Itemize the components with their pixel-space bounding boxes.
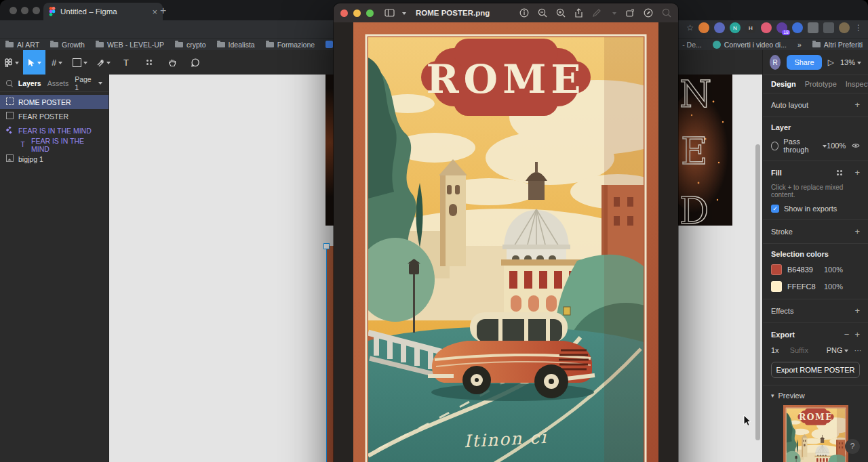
puzzle-icon[interactable] [808,22,818,33]
preview-window[interactable]: ROME POSTER.png [334,3,678,462]
extension-icon-2[interactable] [714,22,725,33]
export-rome-poster-button[interactable]: Export ROME POSTER [771,362,860,378]
extension-icon-7[interactable] [792,22,803,33]
bookmark-folder[interactable]: Idealista [217,41,255,49]
add-stroke-icon[interactable]: + [849,226,860,236]
tab-close-icon[interactable]: × [152,7,157,16]
new-tab-button[interactable]: + [160,5,166,17]
blend-mode-value[interactable]: Pass through [783,138,821,154]
canvas-scrollbar[interactable] [755,144,760,440]
bookmarks-overflow-icon[interactable]: » [797,41,802,49]
share-button[interactable]: Share [787,55,821,70]
hand-tool[interactable] [161,50,184,75]
check-icon: ✓ [772,205,778,212]
zoom-level[interactable]: 13% [840,58,861,66]
blend-mode-icon[interactable] [771,142,778,150]
window-minimize-button[interactable] [21,7,28,14]
zoom-out-icon[interactable] [538,8,547,18]
export-scale[interactable]: 1x [771,346,779,354]
export-format-select[interactable]: PNG [827,346,843,354]
bookmark-folder[interactable]: Growth [50,41,85,49]
annotate-icon[interactable] [644,8,653,18]
layer-row-fear-text[interactable]: T FEAR IS IN THE MIND [0,138,108,152]
visibility-eye-icon[interactable] [852,142,860,149]
tab-prototype[interactable]: Prototype [805,80,837,88]
preview-window-titlebar[interactable]: ROME POSTER.png [334,3,678,22]
folder-icon [812,42,821,47]
text-tool[interactable]: T [115,50,138,75]
help-button[interactable]: ? [845,439,860,454]
fear-poster-canvas-peek[interactable]: N E D [678,75,732,226]
layer-row-fear-component[interactable]: FEAR IS IN THE MIND [0,123,108,138]
color-swatch-red[interactable] [771,264,782,275]
bookmark-folder[interactable]: WEB - LEVEL-UP [96,41,164,49]
share-icon[interactable] [574,8,583,18]
add-auto-layout-icon[interactable]: + [849,100,860,110]
color-swatch-cream[interactable] [771,281,782,292]
rotate-icon[interactable] [625,8,635,18]
pen-tool[interactable] [92,50,115,75]
export-suffix-input[interactable] [789,345,827,355]
layer-row-rome-poster[interactable]: ROME POSTER [0,95,108,109]
page-selector[interactable]: Page 1 [75,75,102,91]
bookmark-altri-folder[interactable]: Altri Preferiti [812,41,863,49]
move-tool[interactable] [23,50,45,75]
sidebar-toggle-icon[interactable] [384,9,395,17]
selection-handle[interactable] [323,243,330,249]
info-icon[interactable] [519,8,529,18]
resources-tool[interactable] [138,50,161,75]
figma-main-menu[interactable] [0,50,23,75]
sidepanel-icon[interactable] [823,22,834,33]
show-in-exports-label: Show in exports [784,205,837,213]
preview-close-button[interactable] [340,9,348,17]
fear-poster-left-edge[interactable] [326,75,334,226]
layer-row-fear-poster[interactable]: FEAR POSTER [0,109,108,123]
extension-icon-3[interactable]: N [730,22,741,33]
bookmark-folder[interactable]: AI ART [5,41,39,49]
tab-design[interactable]: Design [771,80,796,88]
tab-inspect[interactable]: Inspect [846,80,868,88]
add-fill-icon[interactable]: + [849,167,860,177]
preview-zoom-button[interactable] [366,9,374,17]
bookmark-folder[interactable]: Formazione [266,41,315,49]
window-zoom-button[interactable] [33,7,40,14]
preview-minimize-button[interactable] [353,9,361,17]
window-close-button[interactable] [9,7,17,14]
bookmark-converti[interactable]: Converti i video di... [713,41,787,49]
frame-icon: # [52,58,56,68]
bookmark-star-icon[interactable]: ☆ [686,23,694,33]
disclosure-triangle-icon[interactable]: ▾ [771,392,774,399]
present-icon[interactable]: ▷ [828,58,834,67]
bookmark-truncated[interactable]: - De... [682,41,702,49]
shape-tool[interactable] [68,50,92,75]
profile-avatar[interactable] [839,22,850,33]
layer-row-bigjpg[interactable]: bigjpg 1 [0,152,108,166]
sidebar-chevron-icon[interactable] [402,12,406,17]
show-in-exports-checkbox[interactable]: ✓ [771,205,779,213]
extension-icon-4[interactable]: H [745,22,756,33]
search-icon[interactable] [662,8,671,18]
add-effect-icon[interactable]: + [849,306,860,316]
tab-assets[interactable]: Assets [47,79,69,87]
extension-icon-5[interactable] [761,22,772,33]
selection-color-row[interactable]: B64839 100% [771,264,860,275]
browser-tab[interactable]: Untitled – Figma × [43,3,163,20]
search-icon[interactable] [6,80,12,86]
extension-icon-6[interactable]: 18 [776,22,787,33]
extension-icon-1[interactable] [698,22,709,33]
styles-icon[interactable] [837,170,842,175]
export-more-icon[interactable]: ··· [854,346,861,354]
add-export-icon[interactable]: + [849,329,860,339]
user-avatar[interactable]: R [770,55,781,70]
stroke-section: Stroke+ [763,220,868,244]
browser-menu-icon[interactable]: ⋮ [854,23,863,33]
layer-section: Layer Pass through 100% [763,117,868,161]
comment-tool[interactable] [184,50,207,75]
tab-layers[interactable]: Layers [18,79,41,87]
layer-opacity[interactable]: 100% [827,142,846,150]
remove-export-icon[interactable]: − [839,329,850,339]
bookmark-folder[interactable]: crypto [175,41,206,49]
frame-tool[interactable]: # [45,50,68,75]
selection-color-row[interactable]: FFEFC8 100% [771,281,860,292]
zoom-in-icon[interactable] [556,8,566,18]
